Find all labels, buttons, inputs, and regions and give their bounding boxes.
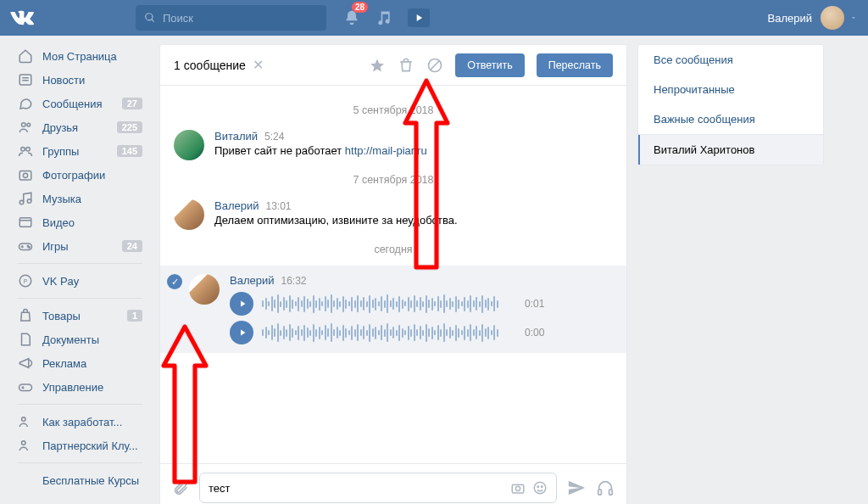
friends-icon (17, 437, 34, 454)
friends-icon (17, 119, 34, 136)
sidebar-item-vkpay[interactable]: PVK Pay (10, 269, 149, 293)
doc-icon (17, 331, 34, 348)
sender-name[interactable]: Валерий (230, 274, 274, 287)
message[interactable]: Валерий13:01 Делаем оптимизацию, извинит… (160, 196, 626, 233)
msg-link[interactable]: http://mail-piar.ru (345, 144, 427, 157)
left-sidebar: Моя Страница Новости Сообщения27 Друзья2… (10, 44, 149, 504)
emoji-icon[interactable] (532, 480, 548, 496)
star-icon[interactable] (369, 57, 386, 74)
camera-icon[interactable] (510, 480, 526, 496)
chat-body: 5 сентября 2018 Виталий5:24 Привет сайт … (160, 86, 626, 463)
sender-name[interactable]: Валерий (214, 199, 259, 212)
sidebar-label: VK Pay (42, 275, 79, 288)
sidebar-label: Как заработат... (42, 416, 122, 428)
date-separator: 5 сентября 2018 (160, 104, 626, 116)
audio-message[interactable]: 0:00 (230, 321, 613, 344)
game-icon (17, 238, 34, 255)
play-icon[interactable] (230, 292, 253, 316)
news-icon (17, 71, 34, 88)
sidebar-label: Друзья (42, 121, 78, 134)
svg-point-4 (27, 123, 31, 126)
message[interactable]: Виталий5:24 Привет сайт не работает http… (160, 126, 626, 164)
sidebar-item-friends[interactable]: Друзья225 (10, 115, 149, 139)
send-icon[interactable] (567, 479, 586, 497)
sidebar-label: Группы (42, 145, 79, 158)
message-selected[interactable]: ✓ Валерий16:32 0:01 0:00 (160, 266, 626, 353)
audio-message[interactable]: 0:01 (230, 292, 613, 316)
search-input[interactable]: Поиск (136, 5, 326, 31)
sidebar-item-video[interactable]: Видео (10, 210, 149, 234)
forward-button[interactable]: Переслать (537, 53, 613, 77)
spam-icon[interactable] (426, 57, 443, 74)
chevron-down-icon (849, 14, 858, 22)
top-bar: Поиск 28 Валерий (0, 0, 868, 36)
sidebar-item-music[interactable]: Музыка (10, 187, 149, 210)
sidebar-item-messages[interactable]: Сообщения27 (10, 92, 149, 115)
count-badge: 225 (117, 121, 142, 133)
chat-panel: 1 сообщение ✕ Ответить Переслать 5 сентя… (159, 44, 627, 504)
manage-icon (17, 378, 34, 395)
attach-icon[interactable] (172, 479, 189, 496)
sidebar-item-courses[interactable]: Бесплатные Курсы (10, 468, 149, 492)
sidebar-item-partner[interactable]: Партнерский Клу... (10, 434, 149, 457)
video-play-icon[interactable] (408, 8, 430, 27)
music-icon[interactable] (376, 9, 392, 26)
sidebar-item-mypage[interactable]: Моя Страница (10, 44, 149, 68)
sidebar-label: Партнерский Клу... (42, 440, 138, 452)
sidebar-item-photos[interactable]: Фотографии (10, 163, 149, 187)
groups-icon (17, 143, 34, 160)
msg-icon (17, 95, 34, 112)
sidebar-item-earn[interactable]: Как заработат... (10, 410, 149, 434)
svg-point-8 (23, 173, 27, 177)
search-icon (144, 12, 156, 24)
delete-icon[interactable] (398, 57, 415, 74)
svg-point-27 (515, 486, 520, 490)
waveform[interactable] (262, 322, 516, 343)
avatar[interactable] (174, 199, 204, 230)
sidebar-item-games[interactable]: Игры24 (10, 234, 149, 258)
chat-footer: тест (160, 463, 626, 504)
sidebar-item-docs[interactable]: Документы (10, 328, 149, 351)
filter-conversation[interactable]: Виталий Харитонов (638, 135, 823, 165)
msg-time: 5:24 (264, 131, 284, 143)
svg-point-30 (542, 486, 543, 488)
video-icon (17, 214, 34, 231)
sidebar-item-manage[interactable]: Управление (10, 375, 149, 399)
avatar[interactable] (174, 130, 204, 160)
msg-text: Делаем оптимизацию, извините за неудобст… (214, 214, 613, 227)
music-icon (17, 190, 34, 207)
filter-unread[interactable]: Непрочитанные (638, 75, 823, 104)
headphones-icon[interactable] (596, 479, 615, 497)
sidebar-item-news[interactable]: Новости (10, 68, 149, 92)
filter-all[interactable]: Все сообщения (638, 45, 823, 75)
sender-name[interactable]: Виталий (214, 130, 258, 143)
svg-rect-7 (19, 171, 31, 181)
close-selection-icon[interactable]: ✕ (253, 57, 264, 73)
svg-rect-20 (19, 384, 32, 391)
top-icons: 28 (343, 8, 430, 27)
avatar[interactable] (189, 274, 220, 305)
sidebar-item-goods[interactable]: Товары1 (10, 304, 149, 328)
vk-logo[interactable] (10, 6, 34, 30)
audio-duration: 0:00 (525, 327, 544, 339)
sidebar-item-groups[interactable]: Группы145 (10, 139, 149, 163)
reply-button[interactable]: Ответить (455, 53, 524, 77)
sidebar-label: Управление (42, 381, 103, 394)
audio-duration: 0:01 (525, 298, 544, 310)
selection-count: 1 сообщение (174, 59, 246, 72)
notifications-icon[interactable]: 28 (343, 9, 360, 26)
msg-text: Привет сайт не работает http://mail-piar… (214, 144, 613, 157)
count-badge: 24 (122, 240, 142, 252)
svg-rect-11 (19, 218, 31, 227)
separator (17, 404, 142, 405)
play-icon[interactable] (230, 321, 253, 344)
message-input[interactable]: тест (199, 473, 557, 503)
filter-important[interactable]: Важные сообщения (638, 104, 823, 134)
sidebar-item-ads[interactable]: Реклама (10, 351, 149, 375)
waveform[interactable] (262, 294, 516, 314)
user-menu[interactable]: Валерий (768, 6, 858, 30)
sidebar-label: Бесплатные Курсы (42, 474, 139, 487)
sidebar-label: Товары (42, 310, 81, 322)
check-icon[interactable]: ✓ (167, 274, 182, 289)
sidebar-label: Игры (42, 240, 69, 253)
